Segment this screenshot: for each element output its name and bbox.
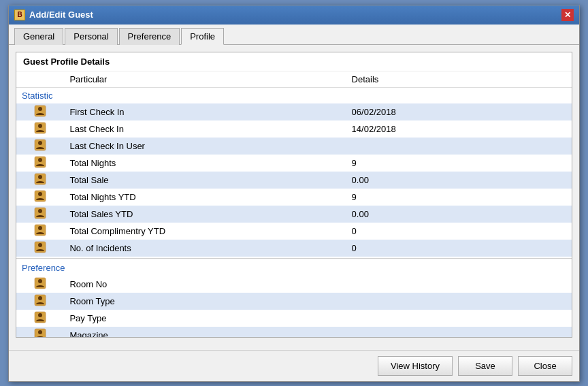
row-particular: First Check In [64, 103, 346, 120]
tab-bar: General Personal Preference Profile [9, 25, 579, 45]
row-icon-cell [16, 223, 64, 240]
statistic-header: Statistic [16, 87, 572, 103]
guest-profile-group: Guest Profile Details Particular Details… [16, 52, 572, 338]
row-details: 06/02/2018 [346, 103, 572, 120]
svg-point-1 [38, 107, 42, 111]
row-icon-cell [16, 189, 64, 206]
dialog: B Add/Edit Guest ✕ General Personal Pref… [8, 5, 580, 382]
table-row: Last Check In User [16, 138, 572, 155]
main-content: Guest Profile Details Particular Details… [9, 45, 579, 350]
row-particular: Total Sale [64, 172, 346, 189]
row-particular: Room No [64, 276, 346, 293]
table-row: Room No [16, 276, 572, 293]
row-details: 0.00 [346, 172, 572, 189]
tab-general[interactable]: General [14, 28, 63, 45]
close-x-button[interactable]: ✕ [561, 9, 574, 21]
row-icon-cell [16, 206, 64, 223]
row-details [346, 293, 572, 310]
table-row: No. of Incidents 0 [16, 240, 572, 257]
svg-point-3 [38, 124, 42, 128]
preference-header: Preference [16, 260, 572, 276]
th-icon [16, 71, 64, 88]
row-particular: No. of Incidents [64, 240, 346, 257]
svg-point-13 [38, 209, 42, 213]
svg-point-9 [38, 175, 42, 179]
view-history-button[interactable]: View History [378, 356, 453, 376]
save-button[interactable]: Save [458, 356, 512, 376]
tab-personal[interactable]: Personal [65, 28, 117, 45]
svg-point-23 [38, 313, 42, 317]
table-row: Pay Type [16, 310, 572, 327]
tab-preference[interactable]: Preference [119, 28, 180, 45]
th-details: Details [346, 71, 572, 88]
row-details [346, 327, 572, 337]
table-row: First Check In 06/02/2018 [16, 103, 572, 120]
profile-table-container[interactable]: Particular Details Statistic First Check… [16, 71, 572, 337]
footer: View History Save Close [9, 350, 579, 381]
group-box-title: Guest Profile Details [16, 52, 572, 71]
table-row: Room Type [16, 293, 572, 310]
row-details: 14/02/2018 [346, 120, 572, 138]
row-particular: Last Check In User [64, 138, 346, 155]
svg-point-7 [38, 158, 42, 162]
dialog-title: Add/Edit Guest [29, 10, 93, 20]
row-icon-cell [16, 138, 64, 155]
table-row: Total Sale 0.00 [16, 172, 572, 189]
row-particular: Last Check In [64, 120, 346, 138]
row-icon-cell [16, 155, 64, 172]
svg-point-17 [38, 243, 42, 247]
tab-profile[interactable]: Profile [181, 28, 224, 45]
row-details: 0 [346, 240, 572, 257]
row-icon-cell [16, 327, 64, 337]
row-icon-cell [16, 103, 64, 120]
row-particular: Pay Type [64, 310, 346, 327]
th-particular: Particular [64, 71, 346, 88]
row-particular: Magazine [64, 327, 346, 337]
row-particular: Total Nights [64, 155, 346, 172]
row-icon-cell [16, 240, 64, 257]
close-button[interactable]: Close [518, 356, 572, 376]
svg-point-11 [38, 192, 42, 196]
table-row: Total Nights YTD 9 [16, 189, 572, 206]
row-details [346, 310, 572, 327]
row-particular: Total Complimentry YTD [64, 223, 346, 240]
svg-point-19 [38, 279, 42, 283]
row-details: 0 [346, 223, 572, 240]
svg-point-15 [38, 226, 42, 230]
titlebar: B Add/Edit Guest ✕ [9, 5, 579, 25]
svg-point-21 [38, 296, 42, 300]
row-particular: Total Sales YTD [64, 206, 346, 223]
table-row: Last Check In 14/02/2018 [16, 120, 572, 138]
row-icon-cell [16, 293, 64, 310]
row-icon-cell [16, 276, 64, 293]
row-icon-cell [16, 120, 64, 138]
row-details: 9 [346, 189, 572, 206]
table-row: Magazine [16, 327, 572, 337]
svg-point-25 [38, 330, 42, 334]
titlebar-left: B Add/Edit Guest [14, 10, 93, 20]
row-particular: Room Type [64, 293, 346, 310]
table-row: Total Nights 9 [16, 155, 572, 172]
row-details [346, 276, 572, 293]
row-details [346, 138, 572, 155]
table-row: Total Sales YTD 0.00 [16, 206, 572, 223]
row-icon-cell [16, 310, 64, 327]
row-icon-cell [16, 172, 64, 189]
table-row: Total Complimentry YTD 0 [16, 223, 572, 240]
app-icon: B [14, 10, 25, 20]
row-details: 0.00 [346, 206, 572, 223]
row-details: 9 [346, 155, 572, 172]
profile-table: Particular Details Statistic First Check… [16, 71, 572, 337]
row-particular: Total Nights YTD [64, 189, 346, 206]
svg-point-5 [38, 141, 42, 145]
